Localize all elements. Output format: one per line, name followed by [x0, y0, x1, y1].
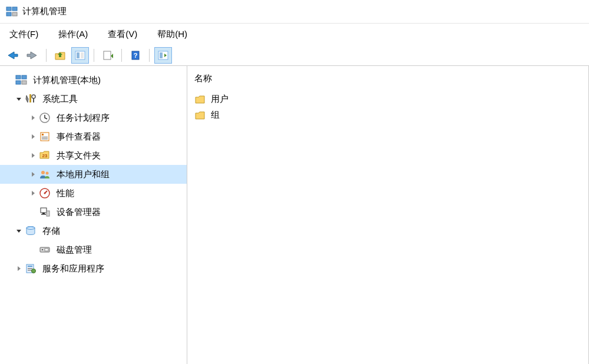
forward-button[interactable]: [24, 47, 41, 64]
content-area: 计算机管理(本地) 系统工具 任务计划程序: [0, 66, 589, 364]
refresh-button[interactable]: [99, 47, 117, 64]
device-manager-icon: [39, 206, 51, 218]
disk-icon: [39, 244, 51, 256]
tree-performance[interactable]: 性能: [0, 184, 187, 203]
list-item-groups[interactable]: 组: [187, 107, 588, 123]
svg-point-25: [41, 171, 45, 174]
shared-folder-icon: 23: [39, 150, 51, 161]
tree-performance-label: 性能: [54, 187, 77, 200]
svg-point-26: [46, 172, 49, 175]
users-groups-icon: [39, 168, 51, 180]
app-icon: [6, 6, 18, 18]
svg-rect-29: [41, 208, 47, 213]
back-button[interactable]: [4, 47, 21, 64]
services-icon: [25, 263, 37, 274]
tree-panel[interactable]: 计算机管理(本地) 系统工具 任务计划程序: [0, 66, 187, 364]
chevron-right-icon[interactable]: [28, 188, 38, 198]
toolbar-separator: [121, 49, 122, 62]
computer-mgmt-icon: [15, 74, 27, 86]
performance-icon: [39, 187, 51, 199]
tree-root-label: 计算机管理(本地): [31, 74, 103, 87]
tree-disk-management-label: 磁盘管理: [54, 243, 94, 257]
list-item-users-label: 用户: [211, 94, 229, 105]
tree-task-scheduler-label: 任务计划程序: [54, 111, 112, 125]
tree-disk-management[interactable]: 磁盘管理: [0, 240, 187, 259]
tree-services-apps-label: 服务和应用程序: [40, 262, 107, 276]
svg-text:?: ?: [134, 52, 138, 59]
tree-root[interactable]: 计算机管理(本地): [0, 71, 187, 90]
menubar: 文件(F) 操作(A) 查看(V) 帮助(H): [0, 24, 589, 45]
list-item-groups-label: 组: [211, 110, 220, 121]
svg-rect-31: [41, 214, 46, 215]
tree-event-viewer[interactable]: 事件查看器: [0, 127, 187, 146]
tree-storage[interactable]: 存储: [0, 221, 187, 240]
svg-rect-40: [28, 268, 32, 269]
titlebar: 计算机管理: [0, 0, 589, 24]
toolbar-separator: [46, 49, 47, 62]
chevron-right-icon[interactable]: [28, 113, 38, 123]
show-hide-button[interactable]: [154, 47, 172, 64]
svg-rect-1: [12, 7, 17, 11]
svg-rect-15: [22, 81, 27, 84]
chevron-right-icon[interactable]: [14, 264, 24, 273]
tree-local-users-groups-label: 本地用户和组: [54, 168, 112, 181]
tree-device-manager-label: 设备管理器: [54, 206, 103, 219]
svg-point-28: [44, 193, 46, 194]
chevron-right-icon[interactable]: [28, 170, 38, 179]
tree-local-users-groups[interactable]: 本地用户和组: [0, 165, 187, 184]
toolbar: ?: [0, 45, 589, 66]
chevron-down-icon[interactable]: [14, 94, 24, 104]
tree-storage-label: 存储: [40, 224, 62, 238]
svg-rect-22: [42, 137, 48, 138]
folder-icon: [194, 110, 206, 121]
tree-event-viewer-label: 事件查看器: [54, 130, 103, 144]
window-title: 计算机管理: [22, 6, 67, 17]
svg-rect-3: [12, 12, 17, 16]
column-header-name[interactable]: 名称: [187, 71, 588, 91]
svg-rect-7: [104, 51, 111, 59]
menu-file[interactable]: 文件(F): [5, 27, 43, 42]
svg-rect-12: [16, 75, 21, 79]
svg-rect-21: [42, 134, 44, 135]
storage-icon: [25, 225, 37, 237]
svg-rect-11: [160, 52, 163, 58]
expander-none: [28, 207, 38, 217]
toolbar-separator: [149, 49, 150, 62]
tree-shared-folders[interactable]: 23 共享文件夹: [0, 146, 187, 165]
expander-none: [28, 245, 38, 254]
svg-rect-6: [81, 52, 84, 58]
svg-rect-0: [6, 7, 11, 11]
svg-rect-16: [29, 94, 31, 102]
expander-none: [5, 75, 14, 85]
up-button[interactable]: [51, 47, 69, 64]
svg-point-36: [42, 249, 43, 250]
tree-system-tools-label: 系统工具: [40, 92, 80, 106]
menu-help[interactable]: 帮助(H): [153, 27, 192, 42]
tree-services-apps[interactable]: 服务和应用程序: [0, 259, 187, 278]
tree-task-scheduler[interactable]: 任务计划程序: [0, 108, 187, 127]
toolbar-separator: [94, 49, 94, 62]
folder-icon: [194, 94, 206, 105]
chevron-right-icon[interactable]: [28, 151, 38, 160]
tree-system-tools[interactable]: 系统工具: [0, 90, 187, 108]
tree-shared-folders-label: 共享文件夹: [54, 149, 103, 163]
menu-view[interactable]: 查看(V): [103, 27, 142, 42]
tools-icon: [25, 93, 37, 105]
svg-text:23: 23: [42, 153, 48, 158]
svg-rect-13: [22, 75, 27, 79]
help-button[interactable]: ?: [127, 47, 144, 64]
list-item-users[interactable]: 用户: [187, 91, 588, 107]
svg-rect-5: [77, 52, 80, 58]
svg-rect-32: [47, 211, 49, 216]
svg-rect-23: [42, 138, 48, 140]
svg-rect-14: [16, 81, 21, 84]
clock-icon: [39, 112, 51, 124]
svg-point-42: [32, 269, 36, 273]
chevron-down-icon[interactable]: [14, 226, 24, 236]
tree-device-manager[interactable]: 设备管理器: [0, 203, 187, 221]
menu-action[interactable]: 操作(A): [54, 27, 92, 42]
properties-button[interactable]: [71, 47, 89, 64]
list-panel[interactable]: 名称 用户 组: [187, 66, 589, 364]
chevron-right-icon[interactable]: [28, 132, 38, 141]
svg-rect-30: [42, 213, 45, 214]
